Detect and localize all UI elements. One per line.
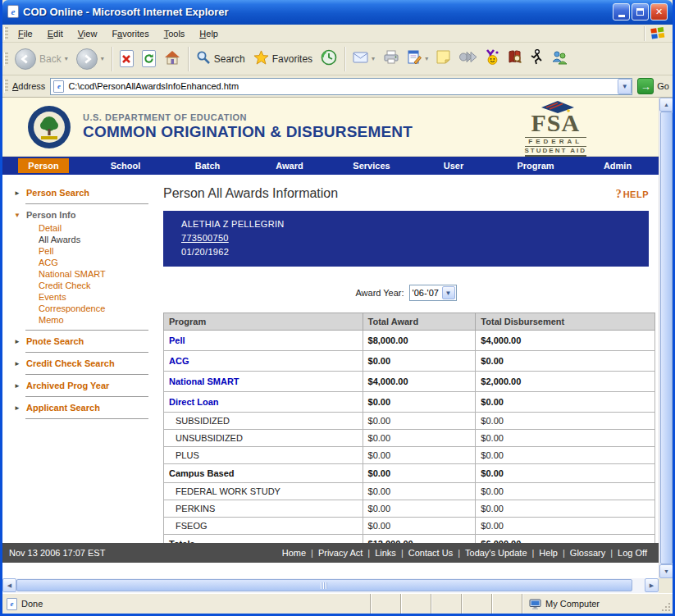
nav-tab-batch[interactable]: Batch <box>166 157 249 175</box>
address-input[interactable]: e C:\cod\PersonAllAwardsInfoEnhanced.htm… <box>50 78 632 95</box>
mail-icon <box>353 52 368 66</box>
dept-of-education-seal-icon <box>27 105 71 149</box>
menu-help[interactable]: Help <box>192 26 226 41</box>
messenger-button[interactable] <box>547 48 572 71</box>
nav-tab-program[interactable]: Program <box>495 157 577 175</box>
footer-link-glossary[interactable]: Glossary <box>565 548 610 558</box>
sidebar-item-credit-check-search[interactable]: ►Credit Check Search <box>2 357 157 370</box>
footer-link-privacy-act[interactable]: Privacy Act <box>313 548 367 558</box>
sidebar-subitem-correspondence[interactable]: Correspondence <box>39 303 157 314</box>
horizontal-scrollbar[interactable]: ◀ ▶ <box>2 578 673 593</box>
scroll-down-button[interactable]: ▼ <box>659 564 673 578</box>
back-button[interactable]: Back ▾ <box>11 46 72 72</box>
sidebar-subitem-detail[interactable]: Detail <box>39 222 157 234</box>
go-arrow-icon: → <box>637 78 654 94</box>
table-row: UNSUBSIDIZED$0.00$0.00 <box>164 430 655 447</box>
footer-link-home[interactable]: Home <box>277 548 311 558</box>
program-link[interactable]: Pell <box>169 335 185 345</box>
award-year-select[interactable]: '06-'07 ▼ <box>409 285 457 301</box>
menu-edit[interactable]: Edit <box>40 26 71 41</box>
close-button[interactable]: ✕ <box>650 3 668 21</box>
footer-link-today-s-update[interactable]: Today's Update <box>460 548 531 558</box>
scroll-left-button[interactable]: ◀ <box>2 578 16 592</box>
sidebar-item-person-search[interactable]: ►Person Search <box>2 186 157 199</box>
menu-tools[interactable]: Tools <box>157 26 193 41</box>
nav-tab-school[interactable]: School <box>84 157 166 175</box>
table-row: Direct Loan$0.00$0.00 <box>164 392 655 413</box>
resize-grip[interactable] <box>659 594 673 614</box>
total-disbursement-cell: $0.00 <box>476 483 655 500</box>
forward-button[interactable]: ▾ <box>72 46 108 72</box>
table-row: Pell$8,000.00$4,000.00 <box>164 331 655 351</box>
sidebar-subitem-national-smart[interactable]: National SMART <box>39 268 157 280</box>
nav-tab-person[interactable]: Person <box>2 157 84 175</box>
total-award-cell: $0.00 <box>363 447 476 464</box>
research-icon <box>508 50 522 68</box>
scroll-up-button[interactable]: ▲ <box>659 98 673 112</box>
sidebar-item-person-info[interactable]: ▼Person Info <box>2 208 157 221</box>
footer-link-links[interactable]: Links <box>370 548 401 558</box>
menu-favorites[interactable]: Favorites <box>104 26 156 41</box>
footer-link-log-off[interactable]: Log Off <box>613 548 652 558</box>
address-dropdown-button[interactable]: ▼ <box>618 79 632 94</box>
total-disbursement-cell: $0.00 <box>476 351 655 372</box>
page-title: Person All Awards Information <box>163 186 338 201</box>
security-zone: My Computer <box>522 594 659 614</box>
sidebar-item-pnote-search[interactable]: ►Pnote Search <box>2 335 157 348</box>
nav-tab-services[interactable]: Services <box>331 157 413 175</box>
yahoo-messenger-button[interactable] <box>481 47 504 71</box>
sidebar-item-archived-prog-year[interactable]: ►Archived Prog Year <box>2 379 157 392</box>
favorites-button[interactable]: Favorites <box>249 48 317 71</box>
nav-tab-admin[interactable]: Admin <box>577 157 659 175</box>
sidebar-subitem-credit-check[interactable]: Credit Check <box>39 280 157 291</box>
footer-link-help[interactable]: Help <box>534 548 563 558</box>
window-controls: ✕ <box>613 3 668 21</box>
footer-link-contact-us[interactable]: Contact Us <box>404 548 458 558</box>
research-button[interactable] <box>504 48 526 71</box>
triangle-down-icon: ▼ <box>14 212 26 219</box>
aim-button[interactable] <box>526 47 547 71</box>
nav-tab-user[interactable]: User <box>413 157 495 175</box>
person-name: ALETHIA Z PELLEGRIN <box>181 217 649 231</box>
windows-logo-icon <box>650 26 666 40</box>
edit-button[interactable]: ▾ <box>404 48 432 71</box>
minimize-button[interactable] <box>613 3 630 21</box>
vertical-scroll-thumb[interactable] <box>660 112 673 564</box>
nav-tab-award[interactable]: Award <box>249 157 331 175</box>
help-link[interactable]: ? HELP <box>616 188 649 201</box>
refresh-button[interactable] <box>138 48 160 70</box>
toolbar-grip[interactable] <box>4 80 8 93</box>
note-button[interactable] <box>432 48 454 70</box>
awards-table: Program Total Award Total Disbursement P… <box>163 313 655 554</box>
program-link[interactable]: ACG <box>169 356 189 366</box>
mail-button[interactable]: ▾ <box>349 49 379 69</box>
stop-button[interactable] <box>116 48 138 70</box>
print-button[interactable] <box>379 48 404 70</box>
sidebar-subitem-memo[interactable]: Memo <box>39 314 157 326</box>
sidebar-subitem-pell[interactable]: Pell <box>39 245 157 257</box>
person-ssn-link[interactable]: 773500750 <box>181 231 229 245</box>
sidebar-subitem-all-awards[interactable]: All Awards <box>39 234 157 245</box>
chevron-down-icon: ▼ <box>442 286 455 299</box>
menu-file[interactable]: File <box>11 26 40 41</box>
media-button[interactable] <box>454 48 481 69</box>
footer-links: Home|Privacy Act|Links|Contact Us|Today'… <box>277 548 659 558</box>
vertical-scrollbar[interactable]: ▲ ▼ <box>659 98 673 578</box>
status-bar: e Done My Computer <box>2 593 673 614</box>
maximize-button[interactable] <box>632 3 649 21</box>
scroll-right-button[interactable]: ▶ <box>645 578 659 592</box>
horizontal-scroll-thumb[interactable] <box>16 579 632 591</box>
menu-view[interactable]: View <box>71 26 105 41</box>
home-button[interactable] <box>160 48 185 71</box>
go-button[interactable]: → Go <box>637 78 669 94</box>
search-button[interactable]: Search <box>192 48 249 71</box>
sidebar-subitem-acg[interactable]: ACG <box>39 257 157 268</box>
sidebar-item-applicant-search[interactable]: ►Applicant Search <box>2 401 157 414</box>
program-link[interactable]: Direct Loan <box>169 397 219 407</box>
toolbar-grip[interactable] <box>4 27 8 40</box>
program-link[interactable]: National SMART <box>169 376 239 386</box>
history-button[interactable] <box>317 47 341 71</box>
toolbar-grip[interactable] <box>4 52 8 66</box>
title-bar[interactable]: e COD Online - Microsoft Internet Explor… <box>2 0 673 25</box>
sidebar-subitem-events[interactable]: Events <box>39 291 157 303</box>
